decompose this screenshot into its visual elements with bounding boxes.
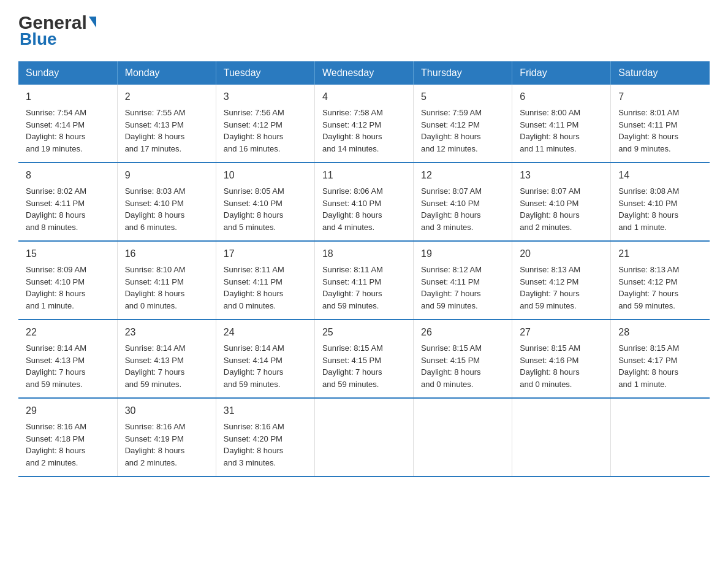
day-number: 1 xyxy=(26,90,110,104)
day-number: 19 xyxy=(421,247,504,261)
calendar-cell: 26Sunrise: 8:15 AMSunset: 4:15 PMDayligh… xyxy=(414,320,512,398)
day-number: 8 xyxy=(26,168,110,183)
calendar-cell xyxy=(512,398,611,477)
calendar-cell: 30Sunrise: 8:16 AMSunset: 4:19 PMDayligh… xyxy=(117,398,216,477)
day-number: 26 xyxy=(421,325,504,340)
calendar-cell: 28Sunrise: 8:15 AMSunset: 4:17 PMDayligh… xyxy=(611,320,710,398)
calendar-cell: 11Sunrise: 8:06 AMSunset: 4:10 PMDayligh… xyxy=(314,163,413,241)
day-number: 11 xyxy=(322,168,406,183)
day-number: 31 xyxy=(224,404,307,418)
logo-blue-text: Blue xyxy=(18,29,57,49)
day-info: Sunrise: 8:16 AMSunset: 4:18 PMDaylight:… xyxy=(26,422,86,467)
day-info: Sunrise: 8:06 AMSunset: 4:10 PMDaylight:… xyxy=(322,186,383,232)
day-info: Sunrise: 8:11 AMSunset: 4:11 PMDaylight:… xyxy=(322,265,383,310)
day-number: 18 xyxy=(322,247,406,261)
day-number: 12 xyxy=(421,168,504,183)
day-number: 28 xyxy=(618,325,702,340)
day-number: 24 xyxy=(224,325,307,340)
weekday-header-wednesday: Wednesday xyxy=(314,61,413,85)
day-number: 5 xyxy=(421,90,504,104)
day-info: Sunrise: 8:11 AMSunset: 4:11 PMDaylight:… xyxy=(224,265,284,310)
day-number: 29 xyxy=(26,404,110,418)
day-number: 23 xyxy=(125,325,208,340)
day-info: Sunrise: 8:12 AMSunset: 4:11 PMDaylight:… xyxy=(421,265,482,310)
calendar-cell: 31Sunrise: 8:16 AMSunset: 4:20 PMDayligh… xyxy=(216,398,314,477)
day-info: Sunrise: 7:59 AMSunset: 4:12 PMDaylight:… xyxy=(421,108,482,153)
day-info: Sunrise: 8:02 AMSunset: 4:11 PMDaylight:… xyxy=(26,186,86,232)
calendar-week-row: 15Sunrise: 8:09 AMSunset: 4:10 PMDayligh… xyxy=(18,241,710,320)
day-info: Sunrise: 8:16 AMSunset: 4:20 PMDaylight:… xyxy=(224,422,284,467)
weekday-header-tuesday: Tuesday xyxy=(216,61,314,85)
calendar-cell xyxy=(314,398,413,477)
calendar-week-row: 8Sunrise: 8:02 AMSunset: 4:11 PMDaylight… xyxy=(18,163,710,241)
calendar-cell: 20Sunrise: 8:13 AMSunset: 4:12 PMDayligh… xyxy=(512,241,611,320)
day-info: Sunrise: 8:15 AMSunset: 4:17 PMDaylight:… xyxy=(618,343,679,389)
calendar-cell: 27Sunrise: 8:15 AMSunset: 4:16 PMDayligh… xyxy=(512,320,611,398)
day-number: 9 xyxy=(125,168,208,183)
day-number: 17 xyxy=(224,247,307,261)
calendar-cell: 9Sunrise: 8:03 AMSunset: 4:10 PMDaylight… xyxy=(117,163,216,241)
day-info: Sunrise: 8:14 AMSunset: 4:13 PMDaylight:… xyxy=(125,343,186,389)
day-number: 15 xyxy=(26,247,110,261)
logo: General Blue xyxy=(18,12,96,49)
calendar-cell: 4Sunrise: 7:58 AMSunset: 4:12 PMDaylight… xyxy=(314,85,413,163)
day-info: Sunrise: 7:55 AMSunset: 4:13 PMDaylight:… xyxy=(125,108,186,153)
calendar-cell: 12Sunrise: 8:07 AMSunset: 4:10 PMDayligh… xyxy=(414,163,512,241)
calendar-cell xyxy=(611,398,710,477)
calendar-cell: 2Sunrise: 7:55 AMSunset: 4:13 PMDaylight… xyxy=(117,85,216,163)
calendar-cell: 13Sunrise: 8:07 AMSunset: 4:10 PMDayligh… xyxy=(512,163,611,241)
weekday-header-row: SundayMondayTuesdayWednesdayThursdayFrid… xyxy=(18,61,710,85)
day-info: Sunrise: 8:14 AMSunset: 4:14 PMDaylight:… xyxy=(224,343,284,389)
calendar-cell: 18Sunrise: 8:11 AMSunset: 4:11 PMDayligh… xyxy=(314,241,413,320)
day-number: 4 xyxy=(322,90,406,104)
calendar-cell: 19Sunrise: 8:12 AMSunset: 4:11 PMDayligh… xyxy=(414,241,512,320)
day-number: 3 xyxy=(224,90,307,104)
calendar-cell: 22Sunrise: 8:14 AMSunset: 4:13 PMDayligh… xyxy=(18,320,117,398)
calendar-cell: 10Sunrise: 8:05 AMSunset: 4:10 PMDayligh… xyxy=(216,163,314,241)
day-info: Sunrise: 8:07 AMSunset: 4:10 PMDaylight:… xyxy=(421,186,482,232)
weekday-header-friday: Friday xyxy=(512,61,611,85)
day-number: 25 xyxy=(322,325,406,340)
calendar-cell: 23Sunrise: 8:14 AMSunset: 4:13 PMDayligh… xyxy=(117,320,216,398)
calendar-cell: 25Sunrise: 8:15 AMSunset: 4:15 PMDayligh… xyxy=(314,320,413,398)
calendar-cell: 16Sunrise: 8:10 AMSunset: 4:11 PMDayligh… xyxy=(117,241,216,320)
day-info: Sunrise: 8:07 AMSunset: 4:10 PMDaylight:… xyxy=(520,186,580,232)
calendar-cell: 17Sunrise: 8:11 AMSunset: 4:11 PMDayligh… xyxy=(216,241,314,320)
day-info: Sunrise: 7:58 AMSunset: 4:12 PMDaylight:… xyxy=(322,108,383,153)
calendar-cell: 5Sunrise: 7:59 AMSunset: 4:12 PMDaylight… xyxy=(414,85,512,163)
logo-triangle-icon xyxy=(89,17,96,28)
calendar-week-row: 29Sunrise: 8:16 AMSunset: 4:18 PMDayligh… xyxy=(18,398,710,477)
day-number: 30 xyxy=(125,404,208,418)
day-number: 20 xyxy=(520,247,603,261)
day-info: Sunrise: 8:10 AMSunset: 4:11 PMDaylight:… xyxy=(125,265,186,310)
day-number: 27 xyxy=(520,325,603,340)
calendar-cell: 15Sunrise: 8:09 AMSunset: 4:10 PMDayligh… xyxy=(18,241,117,320)
day-info: Sunrise: 8:01 AMSunset: 4:11 PMDaylight:… xyxy=(618,108,679,153)
day-info: Sunrise: 8:08 AMSunset: 4:10 PMDaylight:… xyxy=(618,186,679,232)
day-info: Sunrise: 7:56 AMSunset: 4:12 PMDaylight:… xyxy=(224,108,284,153)
page-header: General Blue xyxy=(18,12,710,49)
day-number: 22 xyxy=(26,325,110,340)
calendar-cell: 14Sunrise: 8:08 AMSunset: 4:10 PMDayligh… xyxy=(611,163,710,241)
calendar-week-row: 22Sunrise: 8:14 AMSunset: 4:13 PMDayligh… xyxy=(18,320,710,398)
day-number: 10 xyxy=(224,168,307,183)
day-number: 13 xyxy=(520,168,603,183)
calendar-cell: 1Sunrise: 7:54 AMSunset: 4:14 PMDaylight… xyxy=(18,85,117,163)
day-info: Sunrise: 8:16 AMSunset: 4:19 PMDaylight:… xyxy=(125,422,186,467)
calendar-week-row: 1Sunrise: 7:54 AMSunset: 4:14 PMDaylight… xyxy=(18,85,710,163)
weekday-header-thursday: Thursday xyxy=(414,61,512,85)
calendar-table: SundayMondayTuesdayWednesdayThursdayFrid… xyxy=(18,61,710,477)
day-number: 14 xyxy=(618,168,702,183)
calendar-cell xyxy=(414,398,512,477)
day-info: Sunrise: 8:13 AMSunset: 4:12 PMDaylight:… xyxy=(618,265,679,310)
day-info: Sunrise: 8:00 AMSunset: 4:11 PMDaylight:… xyxy=(520,108,580,153)
day-number: 6 xyxy=(520,90,603,104)
day-info: Sunrise: 8:15 AMSunset: 4:15 PMDaylight:… xyxy=(421,343,482,389)
day-number: 7 xyxy=(618,90,702,104)
calendar-cell: 7Sunrise: 8:01 AMSunset: 4:11 PMDaylight… xyxy=(611,85,710,163)
day-info: Sunrise: 7:54 AMSunset: 4:14 PMDaylight:… xyxy=(26,108,86,153)
day-number: 16 xyxy=(125,247,208,261)
day-info: Sunrise: 8:05 AMSunset: 4:10 PMDaylight:… xyxy=(224,186,284,232)
day-info: Sunrise: 8:13 AMSunset: 4:12 PMDaylight:… xyxy=(520,265,580,310)
calendar-cell: 3Sunrise: 7:56 AMSunset: 4:12 PMDaylight… xyxy=(216,85,314,163)
